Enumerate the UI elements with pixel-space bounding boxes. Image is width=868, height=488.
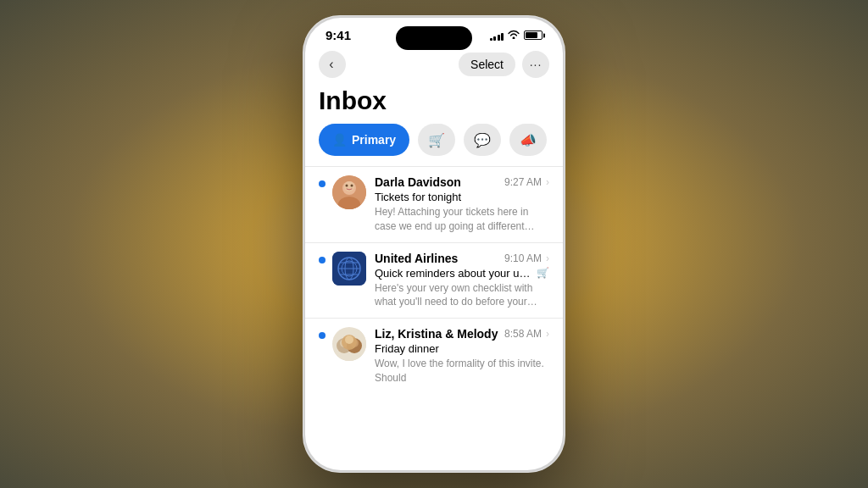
email-preview: Here's your very own checklist with what…: [375, 281, 549, 310]
tab-primary-label: Primary: [352, 133, 396, 147]
status-time: 9:41: [326, 28, 351, 42]
email-subject: Friday dinner: [375, 342, 549, 355]
email-content: United Airlines 9:10 AM › Quick reminder…: [375, 252, 549, 310]
tab-primary[interactable]: 👤 Primary: [319, 124, 409, 156]
email-preview: Hey! Attaching your tickets here in case…: [375, 205, 549, 234]
nav-bar: ‹ Select ···: [305, 46, 563, 83]
avatar: [332, 175, 366, 209]
svg-point-19: [345, 336, 353, 344]
svg-point-5: [351, 185, 353, 187]
wifi-icon: [508, 30, 520, 42]
unread-dot: [319, 180, 326, 187]
dynamic-island: [396, 26, 472, 50]
tab-social[interactable]: 💬: [464, 124, 501, 156]
signal-icon: [490, 30, 504, 41]
svg-point-4: [346, 185, 348, 187]
unread-dot: [319, 332, 326, 339]
phone-inner: 9:41: [305, 18, 563, 470]
email-content: Darla Davidson 9:27 AM › Tickets for ton…: [375, 175, 549, 234]
sender-name: Darla Davidson: [375, 175, 461, 189]
chevron-icon: ›: [546, 252, 549, 264]
megaphone-icon: 📣: [520, 132, 537, 148]
unread-dot: [319, 257, 326, 263]
chevron-icon: ›: [546, 328, 549, 340]
back-button[interactable]: ‹: [319, 51, 346, 78]
shopping-cart-badge: 🛒: [537, 267, 549, 279]
sender-name: Liz, Kristina & Melody: [375, 327, 498, 341]
nav-actions: Select ···: [459, 51, 549, 78]
email-item[interactable]: Liz, Kristina & Melody 8:58 AM › Friday …: [305, 318, 563, 394]
phone-outer: 9:41: [303, 15, 565, 473]
email-subject: Quick reminders about your upcoming…: [375, 267, 531, 280]
email-preview: Wow, I love the formality of this invite…: [375, 357, 549, 385]
more-button[interactable]: ···: [522, 51, 549, 78]
person-icon: 👤: [332, 133, 347, 147]
email-time: 8:58 AM: [504, 328, 542, 340]
avatar: [332, 252, 366, 286]
inbox-title: Inbox: [305, 83, 563, 124]
sender-name: United Airlines: [375, 252, 458, 265]
category-tabs: 👤 Primary 🛒 💬 📣: [305, 124, 563, 166]
select-button[interactable]: Select: [459, 53, 515, 76]
avatar: [332, 327, 366, 361]
chat-icon: 💬: [474, 132, 491, 148]
cart-icon: 🛒: [428, 132, 445, 148]
email-subject: Tickets for tonight: [375, 191, 549, 203]
back-chevron-icon: ‹: [329, 57, 333, 72]
chevron-icon: ›: [546, 176, 549, 188]
email-content: Liz, Kristina & Melody 8:58 AM › Friday …: [375, 327, 549, 385]
email-item[interactable]: Darla Davidson 9:27 AM › Tickets for ton…: [305, 166, 563, 242]
email-time: 9:27 AM: [504, 176, 542, 188]
status-icons: [490, 30, 543, 42]
page-title: Inbox: [319, 86, 549, 115]
email-subject-row: Quick reminders about your upcoming… 🛒: [375, 267, 549, 280]
battery-icon: [524, 30, 542, 40]
email-list: Darla Davidson 9:27 AM › Tickets for ton…: [305, 166, 563, 470]
email-item[interactable]: United Airlines 9:10 AM › Quick reminder…: [305, 242, 563, 319]
tab-shopping[interactable]: 🛒: [418, 124, 455, 156]
email-time: 9:10 AM: [504, 252, 542, 264]
tab-promo[interactable]: 📣: [509, 124, 547, 156]
